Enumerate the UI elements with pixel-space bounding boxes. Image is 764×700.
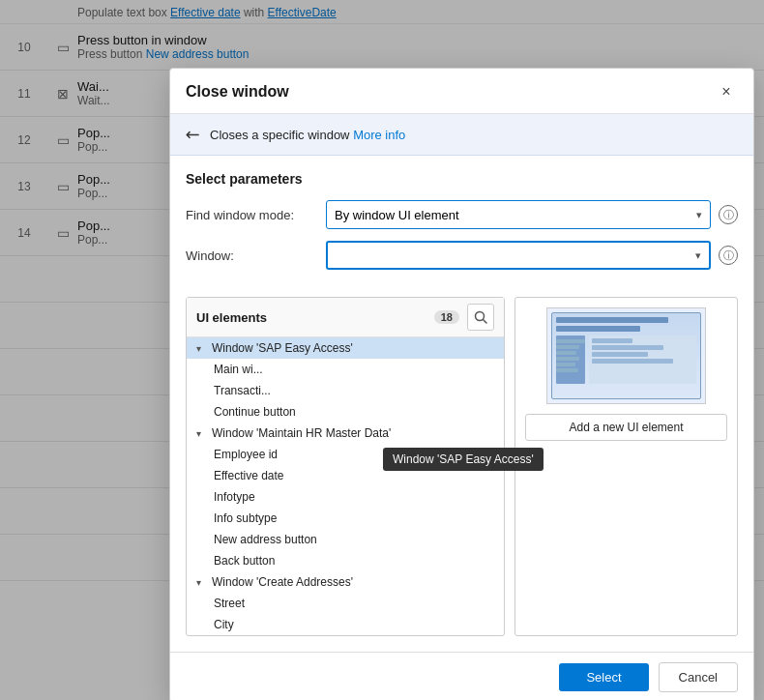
ui-elements-label: UI elements <box>196 310 426 325</box>
close-window-modal: Close window × ↙ Closes a specific windo… <box>169 68 754 700</box>
tree-item-label: Window 'Create Addresses' <box>212 575 353 589</box>
expand-icon: ▾ <box>196 577 208 588</box>
add-ui-element-button[interactable]: Add a new UI element <box>525 414 727 441</box>
tree-item-sap-easy-access[interactable]: ▾ Window 'SAP Easy Access' <box>187 337 504 359</box>
window-row: Window: ▾ ⓘ <box>186 241 738 270</box>
tree-header: UI elements 18 <box>187 298 504 337</box>
ui-elements-badge: 18 <box>434 310 459 324</box>
select-button[interactable]: Select <box>559 663 648 691</box>
more-info-link[interactable]: More info <box>353 128 405 142</box>
find-window-label: Find window mode: <box>186 208 326 222</box>
window-input-wrap: ▾ ⓘ <box>326 241 738 270</box>
tree-item-label: Infotype <box>214 490 255 504</box>
info-text: Closes a specific window More info <box>210 128 405 142</box>
find-window-input-wrap: By window UI element ▾ ⓘ <box>326 200 738 229</box>
preview-panel: Add a new UI element <box>514 297 738 636</box>
tree-body[interactable]: ▾ Window 'SAP Easy Access' Main wi... Tr… <box>187 337 504 635</box>
tree-item-label: Effective date <box>214 469 284 482</box>
info-banner: ↙ Closes a specific window More info <box>170 114 753 156</box>
tree-item-label: Window 'Maintain HR Master Data' <box>212 426 391 440</box>
tree-item-label: Window 'SAP Easy Access' <box>212 341 353 355</box>
modal-header: Close window × <box>170 69 753 114</box>
tree-item-continue-button[interactable]: Continue button <box>187 401 504 423</box>
tree-item-label: Main wi... <box>214 363 263 376</box>
tree-item-label: Employee id <box>214 448 278 461</box>
tree-item-label: Transacti... <box>214 384 271 397</box>
tree-item-create-addresses[interactable]: ▾ Window 'Create Addresses' <box>187 571 504 593</box>
tree-item-label: Continue button <box>214 405 296 419</box>
tree-item-label: City <box>214 618 234 631</box>
tree-item-city[interactable]: City <box>187 614 504 635</box>
modal-close-button[interactable]: × <box>715 80 738 103</box>
expand-icon: ▾ <box>196 428 208 439</box>
modal-body: Select parameters Find window mode: By w… <box>170 156 753 297</box>
tree-item-back-button[interactable]: Back button <box>187 550 504 571</box>
tree-item-main-window[interactable]: Main wi... <box>187 359 504 380</box>
tree-item-label: New address button <box>214 533 317 546</box>
chevron-down-icon: ▾ <box>696 209 702 221</box>
tree-item-info-subtype[interactable]: Info subtype <box>187 508 504 529</box>
ui-elements-section: UI elements 18 ▾ Window 'SAP Easy Access… <box>170 297 753 652</box>
tree-item-infotype[interactable]: Infotype <box>187 486 504 508</box>
tree-item-maintain-hr[interactable]: ▾ Window 'Maintain HR Master Data' <box>187 423 504 444</box>
svg-line-1 <box>484 320 487 324</box>
window-info-button[interactable]: ⓘ <box>719 246 738 265</box>
tree-tooltip: Window 'SAP Easy Access' <box>383 448 544 471</box>
tree-item-label: Info subtype <box>214 511 277 525</box>
window-select[interactable]: ▾ <box>326 241 711 270</box>
tree-item-new-address-button[interactable]: New address button <box>187 529 504 550</box>
tree-item-street[interactable]: Street <box>187 593 504 614</box>
search-icon <box>474 310 487 324</box>
window-chevron-icon: ▾ <box>695 249 701 262</box>
find-window-info-button[interactable]: ⓘ <box>719 205 738 224</box>
tree-item-label: Street <box>214 597 245 610</box>
window-label: Window: <box>186 248 326 263</box>
expand-icon: ▾ <box>196 343 208 354</box>
tree-item-label: Back button <box>214 554 275 568</box>
tree-search-button[interactable] <box>467 304 494 331</box>
modal-footer: Select Cancel <box>170 652 753 700</box>
arrow-icon: ↙ <box>180 122 205 147</box>
modal-title: Close window <box>186 83 289 101</box>
section-title: Select parameters <box>186 171 738 187</box>
cancel-button[interactable]: Cancel <box>659 662 738 692</box>
preview-image <box>546 307 706 404</box>
find-window-select[interactable]: By window UI element ▾ <box>326 200 711 229</box>
find-window-row: Find window mode: By window UI element ▾… <box>186 200 738 229</box>
tree-item-transaction[interactable]: Transacti... <box>187 380 504 401</box>
